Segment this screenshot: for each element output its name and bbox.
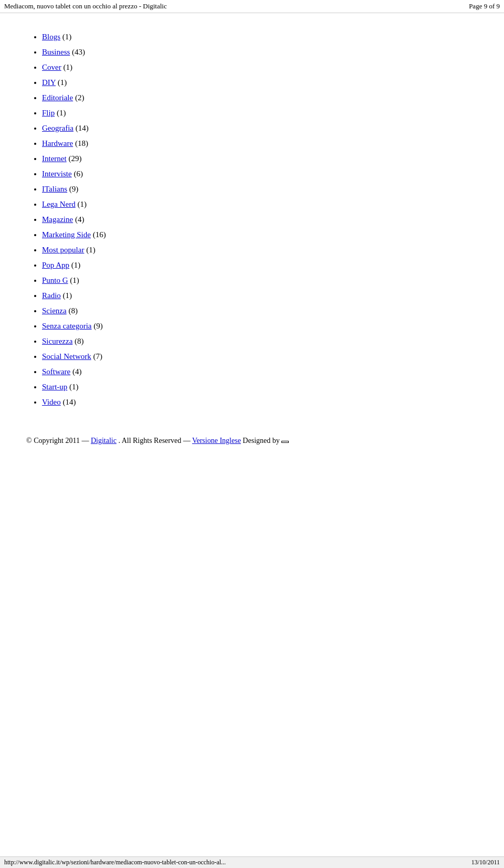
designer-box: [281, 441, 289, 443]
category-list: Blogs (1)Business (43)Cover (1)DIY (1)Ed…: [26, 30, 478, 409]
list-item: Software (4): [42, 365, 478, 379]
category-link[interactable]: Business: [42, 48, 70, 56]
list-item: Social Network (7): [42, 350, 478, 364]
page-title: Mediacom, nuovo tablet con un occhio al …: [4, 2, 167, 10]
category-link[interactable]: Sicurezza: [42, 337, 72, 345]
page-indicator: Page 9 of 9: [469, 2, 500, 10]
category-link[interactable]: Magazine: [42, 215, 73, 224]
category-count: (1): [61, 63, 72, 71]
category-link[interactable]: Internet: [42, 154, 67, 163]
category-count: (1): [69, 261, 80, 269]
category-count: (2): [73, 93, 84, 102]
digitalic-link[interactable]: Digitalic: [91, 437, 117, 444]
category-link[interactable]: Lega Nerd: [42, 200, 76, 208]
category-link[interactable]: Punto G: [42, 276, 68, 284]
list-item: Pop App (1): [42, 258, 478, 272]
category-count: (9): [92, 322, 103, 330]
category-count: (18): [73, 139, 88, 147]
category-count: (8): [67, 306, 78, 315]
list-item: Business (43): [42, 45, 478, 59]
list-item: Cover (1): [42, 60, 478, 75]
copyright-text: © Copyright 2011 —: [26, 437, 89, 444]
list-item: Video (14): [42, 395, 478, 409]
category-link[interactable]: Cover: [42, 63, 61, 71]
list-item: Hardware (18): [42, 136, 478, 151]
list-item: Start-up (1): [42, 380, 478, 394]
list-item: Magazine (4): [42, 213, 478, 227]
category-link[interactable]: Radio: [42, 291, 61, 300]
rights-text: . All Rights Reserved —: [118, 437, 190, 444]
category-count: (1): [76, 200, 87, 208]
list-item: Punto G (1): [42, 273, 478, 288]
category-count: (1): [61, 291, 72, 300]
category-link[interactable]: Scienza: [42, 306, 67, 315]
header-bar: Mediacom, nuovo tablet con un occhio al …: [0, 0, 504, 13]
list-item: Senza categoria (9): [42, 319, 478, 333]
category-count: (4): [73, 215, 84, 224]
designed-by-text: Designed by: [243, 437, 281, 444]
list-item: Flip (1): [42, 106, 478, 120]
category-link[interactable]: Marketing Side: [42, 230, 91, 239]
category-link[interactable]: Software: [42, 367, 70, 376]
list-item: Lega Nerd (1): [42, 197, 478, 211]
list-item: Geografia (14): [42, 121, 478, 135]
versione-inglese-link[interactable]: Versione Inglese: [192, 437, 241, 444]
footer-section: © Copyright 2011 — Digitalic . All Right…: [0, 426, 504, 456]
category-link[interactable]: Social Network: [42, 352, 91, 361]
category-count: (1): [55, 109, 66, 117]
category-link[interactable]: Hardware: [42, 139, 73, 147]
category-count: (16): [91, 230, 106, 239]
category-count: (1): [60, 33, 71, 41]
category-link[interactable]: Flip: [42, 109, 55, 117]
category-count: (1): [67, 383, 78, 391]
list-item: Scienza (8): [42, 304, 478, 318]
category-link[interactable]: Blogs: [42, 33, 60, 41]
category-count: (43): [70, 48, 85, 56]
category-count: (1): [84, 246, 95, 254]
category-link[interactable]: Video: [42, 398, 61, 406]
list-item: DIY (1): [42, 76, 478, 90]
category-link[interactable]: Start-up: [42, 383, 67, 391]
category-count: (4): [70, 367, 81, 376]
list-item: Interviste (6): [42, 167, 478, 181]
list-item: Editoriale (2): [42, 91, 478, 105]
category-count: (6): [72, 170, 83, 178]
category-count: (7): [91, 352, 102, 361]
category-link[interactable]: Editoriale: [42, 93, 73, 102]
category-link[interactable]: Pop App: [42, 261, 69, 269]
list-item: Most popular (1): [42, 243, 478, 257]
category-count: (29): [67, 154, 82, 163]
main-content: Blogs (1)Business (43)Cover (1)DIY (1)Ed…: [0, 13, 504, 426]
category-count: (1): [56, 78, 67, 87]
category-link[interactable]: Senza categoria: [42, 322, 92, 330]
category-count: (8): [72, 337, 83, 345]
list-item: Internet (29): [42, 152, 478, 166]
list-item: ITalians (9): [42, 182, 478, 196]
category-count: (1): [68, 276, 79, 284]
category-count: (9): [67, 185, 78, 193]
category-link[interactable]: Most popular: [42, 246, 84, 254]
category-link[interactable]: Interviste: [42, 170, 72, 178]
category-count: (14): [61, 398, 76, 406]
list-item: Radio (1): [42, 289, 478, 303]
category-link[interactable]: Geografia: [42, 124, 74, 132]
category-count: (14): [74, 124, 89, 132]
category-link[interactable]: DIY: [42, 78, 56, 87]
list-item: Blogs (1): [42, 30, 478, 44]
category-link[interactable]: ITalians: [42, 185, 67, 193]
list-item: Marketing Side (16): [42, 228, 478, 242]
list-item: Sicurezza (8): [42, 334, 478, 348]
